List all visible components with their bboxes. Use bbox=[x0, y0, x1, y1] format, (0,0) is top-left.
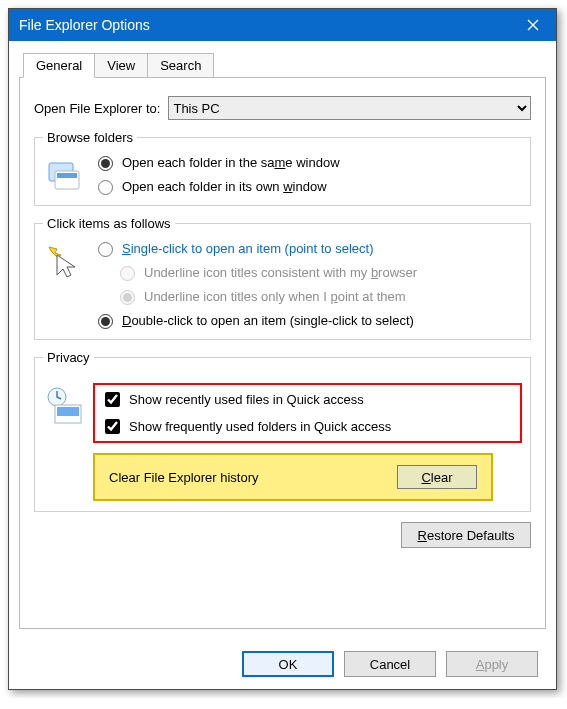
close-icon bbox=[527, 19, 539, 31]
ok-button[interactable]: OK bbox=[242, 651, 334, 677]
dialog-buttons: OK Cancel Apply bbox=[9, 651, 556, 677]
radio-own-window[interactable]: Open each folder in its own window bbox=[93, 177, 522, 195]
svg-marker-3 bbox=[49, 247, 61, 257]
open-explorer-label: Open File Explorer to: bbox=[34, 101, 160, 116]
svg-rect-6 bbox=[57, 407, 79, 416]
close-button[interactable] bbox=[510, 9, 556, 41]
open-explorer-row: Open File Explorer to: This PC bbox=[34, 96, 531, 120]
folders-icon bbox=[43, 155, 83, 195]
click-items-group: Click items as follows Single-click to o… bbox=[34, 216, 531, 340]
annotation-red-box: Show recently used files in Quick access… bbox=[93, 383, 522, 443]
window-body: General View Search Open File Explorer t… bbox=[9, 41, 556, 689]
cancel-button[interactable]: Cancel bbox=[344, 651, 436, 677]
cursor-icon bbox=[43, 241, 83, 281]
check-recent-files[interactable]: Show recently used files in Quick access bbox=[101, 389, 514, 410]
click-items-legend: Click items as follows bbox=[43, 216, 175, 231]
svg-rect-2 bbox=[57, 173, 77, 178]
clear-button[interactable]: Clear bbox=[397, 465, 477, 489]
apply-button: Apply bbox=[446, 651, 538, 677]
radio-single-click[interactable]: Single-click to open an item (point to s… bbox=[93, 239, 522, 257]
tab-strip: General View Search bbox=[23, 53, 546, 78]
tab-general[interactable]: General bbox=[23, 53, 95, 78]
browse-folders-legend: Browse folders bbox=[43, 130, 137, 145]
clear-history-label: Clear File Explorer history bbox=[109, 470, 259, 485]
tab-page-general: Open File Explorer to: This PC Browse fo… bbox=[19, 77, 546, 629]
open-explorer-combo[interactable]: This PC bbox=[168, 96, 531, 120]
radio-same-window[interactable]: Open each folder in the same window bbox=[93, 153, 522, 171]
privacy-legend: Privacy bbox=[43, 350, 94, 365]
title-bar: File Explorer Options bbox=[9, 9, 556, 41]
tab-search[interactable]: Search bbox=[147, 53, 214, 78]
restore-row: Restore Defaults bbox=[34, 522, 531, 548]
window-title: File Explorer Options bbox=[19, 17, 150, 33]
radio-underline-browser: Underline icon titles consistent with my… bbox=[115, 263, 522, 281]
browse-folders-group: Browse folders Open each folder in the s… bbox=[34, 130, 531, 206]
check-frequent-folders[interactable]: Show frequently used folders in Quick ac… bbox=[101, 416, 514, 437]
restore-defaults-button[interactable]: Restore Defaults bbox=[401, 522, 531, 548]
clear-history-row: Clear File Explorer history Clear bbox=[93, 453, 493, 501]
privacy-group: Privacy Sho bbox=[34, 350, 531, 512]
tab-view[interactable]: View bbox=[94, 53, 148, 78]
clock-picture-icon bbox=[43, 385, 83, 425]
radio-underline-point: Underline icon titles only when I point … bbox=[115, 287, 522, 305]
file-explorer-options-window: File Explorer Options General View Searc… bbox=[8, 8, 557, 690]
radio-double-click[interactable]: Double-click to open an item (single-cli… bbox=[93, 311, 522, 329]
